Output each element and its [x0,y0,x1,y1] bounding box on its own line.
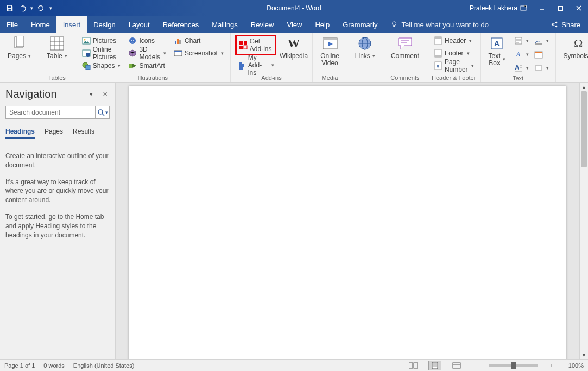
zoom-out-button[interactable]: − [472,362,480,369]
status-page[interactable]: Page 1 of 1 [4,362,35,369]
screenshot-button[interactable]: Screenshot▾ [172,47,226,59]
print-layout-button[interactable] [428,361,441,370]
text-box-button[interactable]: A Text Box▾ [485,35,509,68]
ribbon-display-options-button[interactable] [514,0,533,16]
user-name[interactable]: Prateek Lakhera [470,4,517,12]
quick-parts-button[interactable]: ▾ [512,35,531,47]
svg-rect-12 [50,37,64,50]
share-button[interactable]: Share [543,16,588,33]
picture-icon [82,36,91,45]
wikipedia-button[interactable]: W Wikipedia [280,35,308,61]
group-media: Online Video Media [313,33,347,82]
group-media-label: Media [317,73,343,81]
document-page[interactable] [129,86,566,359]
online-pictures-icon [82,49,91,58]
zoom-slider[interactable] [489,364,538,367]
web-layout-button[interactable] [450,361,463,370]
save-icon[interactable] [5,4,14,12]
navigation-title: Navigation [5,88,57,100]
svg-point-19 [129,37,136,44]
scroll-track[interactable] [580,91,588,350]
signature-line-button[interactable]: ▾ [532,35,551,47]
redo-icon[interactable] [36,4,45,12]
chevron-down-icon: ▾ [471,63,474,68]
online-pictures-button[interactable]: Online Pictures [80,47,123,59]
body-area: Navigation ▾ ✕ ▾ Headings Pages Results … [0,83,588,359]
tab-layout[interactable]: Layout [122,16,156,33]
svg-rect-22 [129,64,132,68]
tab-review[interactable]: Review [244,16,281,33]
tab-help[interactable]: Help [308,16,336,33]
ribbon: Pages▾ Table▾ Tables Pictures Online [0,33,588,83]
chart-button[interactable]: Chart [172,35,203,47]
tab-mailings[interactable]: Mailings [205,16,244,33]
pictures-button[interactable]: Pictures [80,35,118,47]
nav-tab-headings[interactable]: Headings [5,128,35,139]
document-name: Document4 [267,4,300,12]
qat-customize-icon[interactable]: ▾ [49,5,52,11]
tab-insert[interactable]: Insert [56,16,87,33]
group-symbols-label [560,73,588,81]
svg-rect-24 [177,39,179,44]
quick-parts-icon [514,36,523,45]
wordart-button[interactable]: A▾ [512,48,531,60]
undo-icon[interactable] [17,4,26,12]
footer-button[interactable]: Footer▾ [432,47,472,59]
scroll-down-button[interactable]: ▼ [580,350,588,359]
links-button[interactable]: Links▾ [352,35,378,61]
search-button[interactable]: ▾ [95,106,109,118]
tab-design[interactable]: Design [87,16,122,33]
status-words[interactable]: 0 words [43,362,65,369]
object-button[interactable]: ▾ [532,62,551,74]
group-text: A Text Box▾ ▾ ▾ A▾ A▾ ▾ Text [481,33,556,82]
close-navigation-button[interactable]: ✕ [100,90,110,99]
scroll-thumb[interactable] [581,91,587,167]
screenshot-icon [174,49,182,58]
scroll-up-button[interactable]: ▲ [580,83,588,91]
date-time-button[interactable] [532,48,545,60]
nav-tab-pages[interactable]: Pages [45,128,63,139]
symbols-button[interactable]: Ω Symbols▾ [560,35,588,61]
icons-button[interactable]: Icons [126,35,157,47]
chevron-down-icon: ▾ [526,52,529,57]
group-comments-label: Comments [388,73,422,81]
zoom-in-button[interactable]: + [547,362,555,369]
drop-cap-button[interactable]: A▾ [512,62,531,74]
document-area[interactable] [116,83,579,359]
comment-button[interactable]: Comment [388,35,422,61]
get-addins-button[interactable]: Get Add-ins [235,35,276,55]
online-video-button[interactable]: Online Video [317,35,343,68]
undo-dropdown-icon[interactable]: ▾ [30,5,33,11]
icons-icon [128,36,137,45]
minimize-button[interactable] [533,0,551,16]
navigation-search[interactable]: ▾ [5,106,110,119]
search-input[interactable] [6,109,95,116]
nav-tab-results[interactable]: Results [73,128,94,139]
vertical-scrollbar[interactable]: ▲ ▼ [579,83,588,359]
table-button[interactable]: Table▾ [43,35,71,61]
tab-references[interactable]: References [156,16,205,33]
comment-icon [397,36,413,51]
maximize-button[interactable] [551,0,570,16]
group-addins-label: Add-ins [235,73,308,81]
shapes-button[interactable]: Shapes▾ [80,60,123,72]
close-button[interactable] [570,0,588,16]
my-addins-button[interactable]: My Add-ins ▾ [235,59,276,71]
svg-rect-18 [86,65,90,70]
3d-models-button[interactable]: 3D Models ▾ [126,47,168,59]
header-button[interactable]: Header▾ [432,35,474,47]
smartart-button[interactable]: SmartArt [126,60,167,72]
tab-home[interactable]: Home [24,16,56,33]
zoom-level[interactable]: 100% [564,362,584,369]
zoom-slider-thumb[interactable] [511,362,516,369]
navigation-menu-button[interactable]: ▾ [87,90,95,99]
tell-me-search[interactable]: Tell me what you want to do [384,16,495,33]
tab-view[interactable]: View [280,16,308,33]
page-number-button[interactable]: # Page Number▾ [432,60,476,72]
status-language[interactable]: English (United States) [73,362,135,369]
read-mode-button[interactable] [407,361,420,370]
tab-grammarly[interactable]: Grammarly [336,16,384,33]
tab-file[interactable]: File [0,16,24,33]
pages-button[interactable]: Pages▾ [4,35,34,61]
icons-label: Icons [139,37,155,45]
